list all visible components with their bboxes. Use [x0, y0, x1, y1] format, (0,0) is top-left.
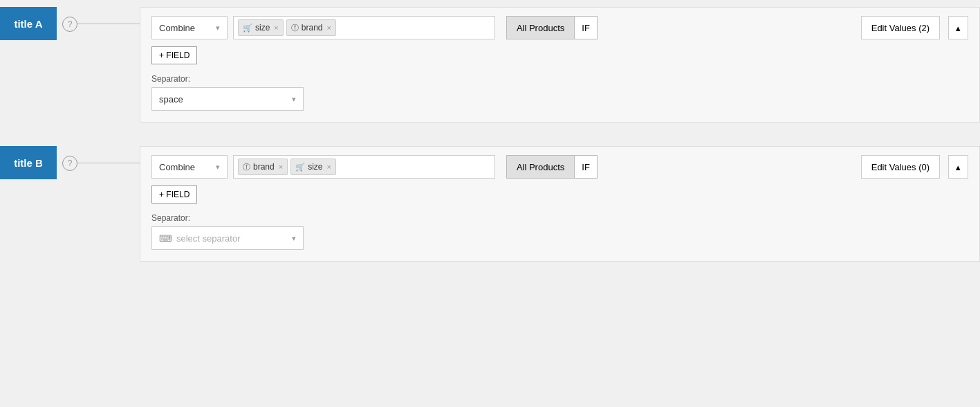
- rule-row-b: title B ? Combine ▾ brand ×: [0, 146, 980, 262]
- combine-label-a: Combine: [159, 23, 195, 33]
- combine-arrow-b: ▾: [216, 163, 220, 172]
- combine-dropdown-b[interactable]: Combine ▾: [151, 155, 228, 179]
- field-tag-brand-b: brand ×: [238, 159, 288, 175]
- connector-a: [77, 24, 140, 24]
- combine-dropdown-a[interactable]: Combine ▾: [151, 16, 228, 39]
- rule-content-a: Combine ▾ size × brand × A: [140, 7, 980, 123]
- connector-b: [77, 163, 140, 163]
- keyboard-icon-b: ⌨: [159, 233, 172, 244]
- fields-container-b: brand × size ×: [233, 155, 495, 179]
- if-btn-b[interactable]: IF: [574, 155, 598, 179]
- collapse-btn-b[interactable]: ▴: [948, 155, 968, 179]
- collapse-btn-a[interactable]: ▴: [948, 16, 968, 39]
- tag-label-brand-a: brand: [302, 23, 323, 33]
- field-tag-size-a: size ×: [238, 19, 284, 36]
- separator-select-a[interactable]: space ▾: [151, 87, 304, 111]
- cart-icon-size-b: [295, 162, 305, 172]
- cart-icon-size-a: [243, 23, 252, 33]
- field-icon-brand-b: [243, 162, 250, 172]
- add-field-btn-a[interactable]: + FIELD: [151, 46, 197, 64]
- all-products-btn-a[interactable]: All Products: [506, 16, 574, 39]
- collapse-icon-b: ▴: [956, 162, 961, 172]
- remove-size-b[interactable]: ×: [326, 163, 331, 171]
- field-icon-brand-a: [291, 23, 299, 33]
- all-products-group-b: All Products IF: [506, 155, 598, 179]
- help-icon-a[interactable]: ?: [62, 17, 77, 32]
- field-tag-brand-a: brand ×: [286, 19, 336, 36]
- separator-arrow-a: ▾: [292, 95, 296, 104]
- separator-label-b: Separator:: [151, 213, 968, 223]
- separator-section-a: Separator: space ▾: [151, 74, 968, 111]
- help-icon-b[interactable]: ?: [62, 156, 77, 171]
- left-side-a: title A ?: [0, 7, 140, 40]
- fields-container-a: size × brand ×: [233, 16, 495, 39]
- edit-values-btn-b[interactable]: Edit Values (0): [861, 155, 940, 179]
- title-a-label: title A: [0, 7, 57, 40]
- combine-arrow-a: ▾: [216, 24, 220, 33]
- all-products-btn-b[interactable]: All Products: [506, 155, 574, 179]
- tag-label-brand-b: brand: [253, 162, 275, 172]
- rule-row-a: title A ? Combine ▾ size ×: [0, 7, 980, 123]
- collapse-icon-a: ▴: [956, 23, 961, 33]
- field-tag-size-b: size ×: [290, 159, 336, 175]
- separator-arrow-b: ▾: [292, 234, 296, 243]
- gap-between: [0, 125, 980, 146]
- rule-top-row-a: Combine ▾ size × brand × A: [151, 16, 968, 39]
- separator-select-b[interactable]: ⌨ select separator ▾: [151, 226, 304, 250]
- separator-section-b: Separator: ⌨ select separator ▾: [151, 213, 968, 250]
- left-side-b: title B ?: [0, 146, 140, 179]
- separator-label-a: Separator:: [151, 74, 968, 84]
- rule-top-row-b: Combine ▾ brand × size × A: [151, 155, 968, 179]
- if-btn-a[interactable]: IF: [574, 16, 598, 39]
- title-b-label: title B: [0, 146, 57, 179]
- all-products-group-a: All Products IF: [506, 16, 598, 39]
- remove-size-a[interactable]: ×: [274, 24, 278, 32]
- page-container: title A ? Combine ▾ size ×: [0, 0, 980, 407]
- separator-placeholder-b: select separator: [176, 233, 292, 244]
- remove-brand-a[interactable]: ×: [326, 24, 331, 32]
- rule-content-b: Combine ▾ brand × size × A: [140, 146, 980, 262]
- add-field-btn-b[interactable]: + FIELD: [151, 186, 197, 204]
- remove-brand-b[interactable]: ×: [279, 163, 283, 171]
- combine-label-b: Combine: [159, 162, 195, 172]
- separator-value-a: space: [159, 94, 183, 105]
- tag-label-size-a: size: [255, 23, 270, 33]
- tag-label-size-b: size: [308, 162, 322, 172]
- edit-values-btn-a[interactable]: Edit Values (2): [861, 16, 940, 39]
